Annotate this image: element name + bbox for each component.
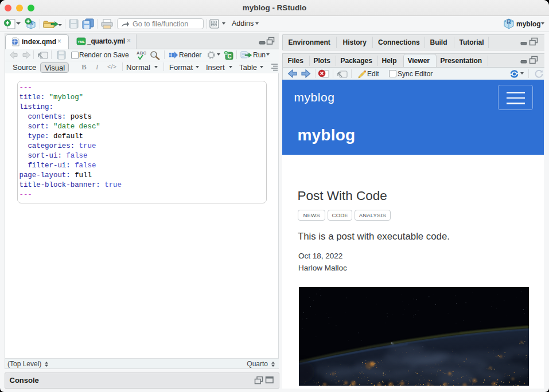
svg-text:C: C (227, 53, 231, 60)
svg-text:YML: YML (77, 40, 85, 44)
svg-text:ABC: ABC (137, 50, 147, 56)
svg-text:R: R (507, 19, 511, 25)
